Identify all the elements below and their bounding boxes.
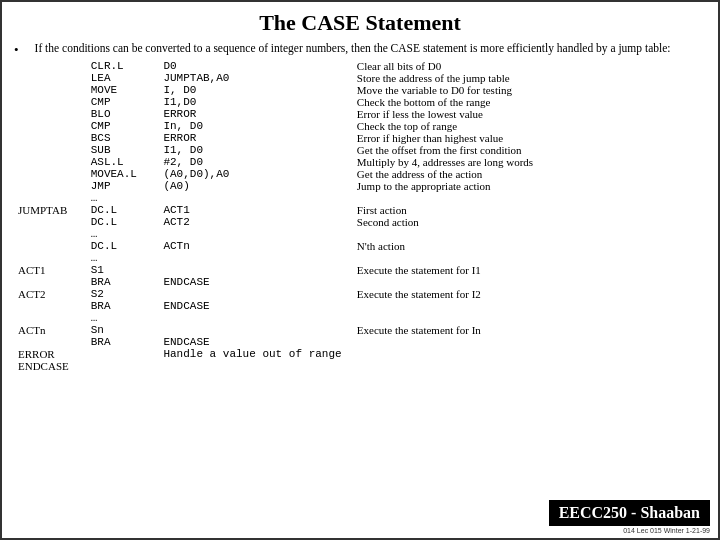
- table-row: BRAENDCASE: [14, 276, 706, 288]
- row-label: [14, 276, 87, 288]
- row-label: ACT2: [14, 288, 87, 300]
- row-instr: …: [87, 312, 160, 324]
- row-instr: ASL.L: [87, 156, 160, 168]
- row-instr: BLO: [87, 108, 160, 120]
- row-comment: [353, 336, 706, 348]
- asm-table: CLR.LD0Clear all bits of D0LEAJUMPTAB,A0…: [14, 60, 706, 372]
- row-operand: ENDCASE: [159, 336, 352, 348]
- table-row: …: [14, 252, 706, 264]
- row-label: ENDCASE: [14, 360, 87, 372]
- row-instr: BRA: [87, 336, 160, 348]
- row-instr: BRA: [87, 276, 160, 288]
- row-comment: N'th action: [353, 240, 706, 252]
- row-label: [14, 180, 87, 192]
- row-label: JUMPTAB: [14, 204, 87, 216]
- row-label: [14, 120, 87, 132]
- row-label: [14, 312, 87, 324]
- footer: EECC250 - Shaaban 014 Lec 015 Winter 1-2…: [549, 500, 710, 534]
- row-label: [14, 132, 87, 144]
- table-row: ERRORHandle a value out of range: [14, 348, 706, 360]
- row-comment: Error if higher than highest value: [353, 132, 706, 144]
- row-instr: SUB: [87, 144, 160, 156]
- row-operand: I1,D0: [159, 96, 352, 108]
- row-instr: [87, 348, 160, 360]
- row-operand: [159, 312, 352, 324]
- row-operand: ENDCASE: [159, 300, 352, 312]
- table-row: JMP (A0)Jump to the appropriate action: [14, 180, 706, 192]
- row-label: ERROR: [14, 348, 87, 360]
- row-label: [14, 240, 87, 252]
- row-instr: …: [87, 252, 160, 264]
- table-row: DC.LACTnN'th action: [14, 240, 706, 252]
- bullet-point: •: [14, 42, 19, 58]
- row-operand: ERROR: [159, 108, 352, 120]
- row-comment: [353, 192, 706, 204]
- row-label: [14, 108, 87, 120]
- row-operand: In, D0: [159, 120, 352, 132]
- table-row: ACT1S1Execute the statement for I1: [14, 264, 706, 276]
- row-label: [14, 252, 87, 264]
- table-row: MOVEI, D0 Move the variable to D0 for te…: [14, 84, 706, 96]
- table-row: CLR.LD0Clear all bits of D0: [14, 60, 706, 72]
- table-row: LEAJUMPTAB,A0Store the address of the ju…: [14, 72, 706, 84]
- row-operand: [159, 324, 352, 336]
- table-row: CMPIn, D0Check the top of range: [14, 120, 706, 132]
- row-instr: …: [87, 192, 160, 204]
- table-row: ACTnSnExecute the statement for In: [14, 324, 706, 336]
- row-instr: DC.L: [87, 216, 160, 228]
- row-comment: Get the address of the action: [353, 168, 706, 180]
- row-instr: S1: [87, 264, 160, 276]
- row-operand: ENDCASE: [159, 276, 352, 288]
- row-comment: [353, 276, 706, 288]
- table-row: SUB I1, D0Get the offset from the first …: [14, 144, 706, 156]
- row-operand: ACTn: [159, 240, 352, 252]
- page: The CASE Statement • If the conditions c…: [0, 0, 720, 540]
- row-operand: ACT1: [159, 204, 352, 216]
- row-comment: Execute the statement for In: [353, 324, 706, 336]
- table-row: DC.LACT2Second action: [14, 216, 706, 228]
- row-label: [14, 192, 87, 204]
- row-comment: Store the address of the jump table: [353, 72, 706, 84]
- row-operand: [159, 252, 352, 264]
- row-operand: [159, 264, 352, 276]
- table-row: ENDCASE: [14, 360, 706, 372]
- row-operand: ACT2: [159, 216, 352, 228]
- table-row: MOVEA.L(A0,D0),A0Get the address of the …: [14, 168, 706, 180]
- row-comment: [353, 312, 706, 324]
- table-row: BCSERRORError if higher than highest val…: [14, 132, 706, 144]
- row-comment: First action: [353, 204, 706, 216]
- row-label: [14, 144, 87, 156]
- row-comment: [353, 300, 706, 312]
- row-instr: BRA: [87, 300, 160, 312]
- row-comment: [353, 360, 706, 372]
- row-instr: [87, 360, 160, 372]
- brand-box: EECC250 - Shaaban: [549, 500, 710, 526]
- table-row: BLOERRORError if less the lowest value: [14, 108, 706, 120]
- row-operand: [159, 360, 352, 372]
- intro-text: If the conditions can be converted to a …: [35, 42, 671, 54]
- row-label: ACT1: [14, 264, 87, 276]
- row-operand: (A0,D0),A0: [159, 168, 352, 180]
- table-row: …: [14, 192, 706, 204]
- table-row: …: [14, 312, 706, 324]
- table-row: BRAENDCASE: [14, 300, 706, 312]
- row-operand: [159, 228, 352, 240]
- row-label: [14, 168, 87, 180]
- row-operand: ERROR: [159, 132, 352, 144]
- row-operand: JUMPTAB,A0: [159, 72, 352, 84]
- row-comment: Execute the statement for I2: [353, 288, 706, 300]
- row-operand: (A0): [159, 180, 352, 192]
- row-comment: [353, 348, 706, 360]
- row-instr: JMP: [87, 180, 160, 192]
- row-operand: [159, 192, 352, 204]
- row-comment: Check the top of range: [353, 120, 706, 132]
- row-label: [14, 84, 87, 96]
- row-instr: MOVEA.L: [87, 168, 160, 180]
- row-comment: Clear all bits of D0: [353, 60, 706, 72]
- row-operand: Handle a value out of range: [159, 348, 352, 360]
- row-instr: CLR.L: [87, 60, 160, 72]
- row-label: ACTn: [14, 324, 87, 336]
- row-comment: Move the variable to D0 for testing: [353, 84, 706, 96]
- row-instr: DC.L: [87, 240, 160, 252]
- table-row: …: [14, 228, 706, 240]
